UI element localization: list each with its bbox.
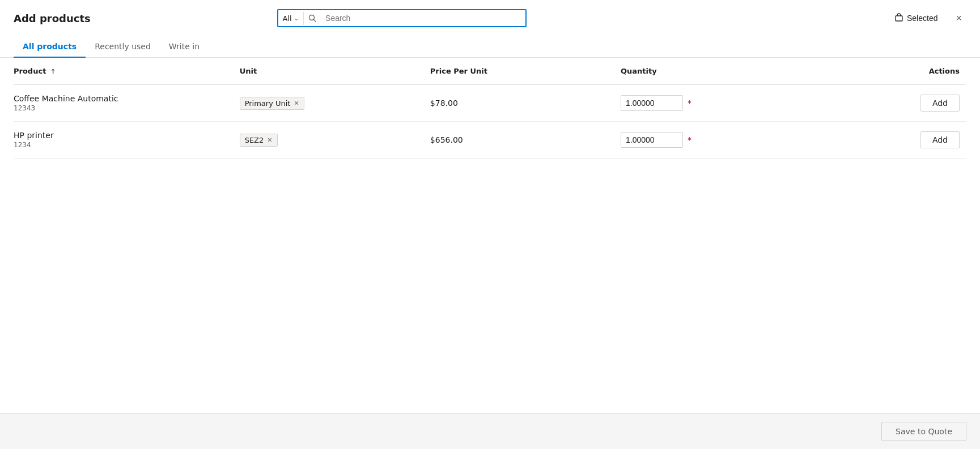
quantity-input-group-1: * [621, 95, 845, 111]
search-input[interactable] [321, 10, 525, 26]
svg-rect-2 [896, 16, 902, 21]
col-header-unit[interactable]: Unit [233, 58, 423, 85]
sort-asc-icon: ↑ [50, 68, 56, 75]
col-header-quantity[interactable]: Quantity [614, 58, 852, 85]
quantity-cell-1: * [614, 85, 852, 122]
unit-cell-2: SEZ2 ✕ [233, 122, 423, 159]
add-button-1[interactable]: Add [920, 95, 960, 112]
search-filter-label: All [283, 14, 292, 23]
required-indicator-2: * [688, 135, 691, 144]
add-products-modal: Add products All ⌄ [0, 0, 980, 449]
modal-footer: Save to Quote [0, 413, 980, 449]
product-name-1: Coffee Machine Automatic [14, 94, 226, 103]
product-cell-1: Coffee Machine Automatic 12343 [14, 85, 233, 122]
quantity-input-2[interactable] [621, 132, 683, 148]
price-value-1: $78.00 [430, 99, 458, 108]
price-value-2: $656.00 [430, 135, 463, 144]
tab-all-products[interactable]: All products [14, 36, 86, 58]
modal-header: Add products All ⌄ [0, 0, 980, 36]
unit-label-2: SEZ2 [245, 136, 264, 144]
search-icon [304, 11, 321, 25]
add-button-2[interactable]: Add [920, 131, 960, 148]
quantity-cell-2: * [614, 122, 852, 159]
unit-tag-1: Primary Unit ✕ [240, 97, 304, 110]
modal-title: Add products [14, 12, 91, 24]
product-name-2: HP printer [14, 131, 226, 140]
required-indicator-1: * [688, 99, 691, 108]
close-button[interactable]: × [951, 11, 966, 25]
table-header-row: Product ↑ Unit Price Per Unit Quantity A… [14, 58, 966, 85]
bag-icon [894, 13, 903, 24]
product-cell-2: HP printer 1234 [14, 122, 233, 159]
actions-cell-2: Add [852, 122, 966, 159]
quantity-input-1[interactable] [621, 95, 683, 111]
col-header-product[interactable]: Product ↑ [14, 58, 233, 85]
product-code-1: 12343 [14, 104, 226, 112]
unit-label-1: Primary Unit [245, 99, 291, 108]
price-cell-1: $78.00 [423, 85, 614, 122]
actions-cell-1: Add [852, 85, 966, 122]
chevron-down-icon: ⌄ [294, 15, 299, 22]
table-row: Coffee Machine Automatic 12343 Primary U… [14, 85, 966, 122]
svg-line-1 [314, 20, 316, 22]
col-header-price[interactable]: Price Per Unit [423, 58, 614, 85]
tab-recently-used[interactable]: Recently used [86, 36, 160, 58]
header-right: Selected × [890, 11, 966, 26]
actions-group-2: Add [859, 131, 960, 148]
table-row: HP printer 1234 SEZ2 ✕ $656.00 [14, 122, 966, 159]
tabs-container: All products Recently used Write in [0, 36, 980, 58]
col-header-actions: Actions [852, 58, 966, 85]
quantity-input-group-2: * [621, 132, 845, 148]
products-table: Product ↑ Unit Price Per Unit Quantity A… [14, 58, 966, 159]
product-code-2: 1234 [14, 141, 226, 149]
save-to-quote-button[interactable]: Save to Quote [881, 422, 966, 441]
tab-write-in[interactable]: Write in [160, 36, 209, 58]
search-container: All ⌄ [277, 9, 527, 27]
selected-button[interactable]: Selected [890, 11, 942, 26]
search-filter-dropdown[interactable]: All ⌄ [278, 12, 304, 25]
unit-cell-1: Primary Unit ✕ [233, 85, 423, 122]
actions-group-1: Add [859, 95, 960, 112]
price-cell-2: $656.00 [423, 122, 614, 159]
products-table-container: Product ↑ Unit Price Per Unit Quantity A… [0, 58, 980, 413]
unit-remove-2[interactable]: ✕ [267, 136, 272, 144]
unit-remove-1[interactable]: ✕ [294, 100, 299, 107]
selected-label: Selected [907, 14, 937, 23]
unit-tag-2: SEZ2 ✕ [240, 134, 278, 147]
